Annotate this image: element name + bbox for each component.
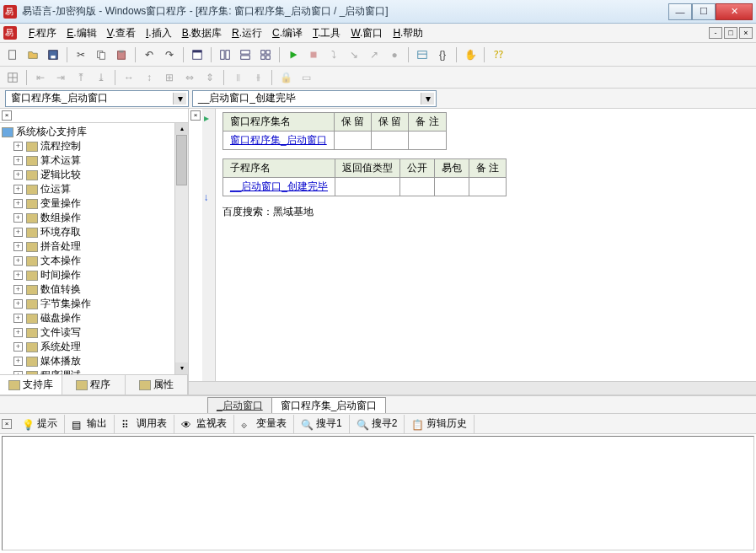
- expand-icon[interactable]: +: [13, 242, 23, 251]
- tree-item[interactable]: +逻辑比较: [2, 168, 173, 182]
- tree-scrollbar[interactable]: ▴ ▾: [174, 123, 188, 374]
- tree-item[interactable]: +磁盘操作: [2, 311, 173, 325]
- menu-compile[interactable]: C.编译: [267, 24, 308, 42]
- doc-tab-startwin[interactable]: _启动窗口: [207, 397, 272, 413]
- align-right-button[interactable]: ⇥: [51, 68, 70, 87]
- expand-icon[interactable]: +: [13, 142, 23, 151]
- expand-icon[interactable]: +: [13, 199, 23, 208]
- expand-icon[interactable]: +: [13, 170, 23, 180]
- panel-close-button[interactable]: ×: [2, 110, 12, 121]
- center-h-button[interactable]: ⇔: [180, 68, 199, 87]
- menu-help[interactable]: H.帮助: [388, 24, 428, 42]
- expand-icon[interactable]: +: [13, 156, 23, 165]
- tree-root[interactable]: 系统核心支持库: [2, 125, 173, 139]
- tree-item[interactable]: +系统处理: [2, 340, 173, 354]
- table-row[interactable]: 窗口程序集_启动窗口: [223, 132, 447, 150]
- tree-item[interactable]: +位运算: [2, 182, 173, 196]
- expand-icon[interactable]: +: [13, 357, 23, 366]
- tree-item[interactable]: +程序调试: [2, 368, 173, 374]
- same-height-button[interactable]: ↕: [140, 68, 158, 87]
- outtab-vars[interactable]: ⟐变量表: [234, 415, 294, 433]
- expand-icon[interactable]: +: [13, 213, 23, 223]
- menu-tools[interactable]: T.工具: [308, 24, 346, 42]
- expand-icon[interactable]: +: [13, 256, 23, 266]
- open-button[interactable]: [24, 46, 42, 64]
- step-over-button[interactable]: ⤵: [324, 46, 343, 64]
- combo-procset[interactable]: 窗口程序集_启动窗口 ▾: [5, 90, 189, 107]
- redo-button[interactable]: ↷: [160, 46, 179, 64]
- library-tree[interactable]: 系统核心支持库 +流程控制+算术运算+逻辑比较+位运算+变量操作+数组操作+环境…: [0, 123, 174, 374]
- menu-edit[interactable]: E.编辑: [62, 24, 101, 42]
- expand-icon[interactable]: +: [13, 285, 23, 294]
- outtab-watch[interactable]: 👁监视表: [174, 415, 234, 433]
- save-button[interactable]: [44, 46, 62, 64]
- tab-program[interactable]: 程序: [62, 375, 125, 395]
- menu-window[interactable]: W.窗口: [346, 24, 388, 42]
- braces-button[interactable]: {}: [433, 46, 452, 64]
- tree-item[interactable]: +变量操作: [2, 196, 173, 211]
- menu-database[interactable]: B.数据库: [177, 24, 227, 42]
- bookmark-button[interactable]: [413, 46, 432, 64]
- layout1-button[interactable]: [216, 46, 234, 64]
- layout3-button[interactable]: [256, 46, 275, 64]
- mdi-minimize-button[interactable]: -: [709, 27, 722, 39]
- scroll-up-icon[interactable]: ▴: [175, 123, 188, 135]
- run-button[interactable]: [284, 46, 303, 64]
- align-left-button[interactable]: ⇤: [31, 68, 50, 87]
- tree-item[interactable]: +环境存取: [2, 225, 173, 239]
- expand-icon[interactable]: +: [13, 299, 23, 309]
- maximize-button[interactable]: ☐: [692, 3, 716, 20]
- grid-button[interactable]: [3, 68, 22, 87]
- expand-icon[interactable]: +: [13, 342, 23, 352]
- breakpoint-button[interactable]: ●: [385, 46, 404, 64]
- group-button[interactable]: ▭: [297, 68, 315, 87]
- tree-item[interactable]: +算术运算: [2, 153, 173, 168]
- new-button[interactable]: [3, 46, 22, 64]
- combo-proc[interactable]: __启动窗口_创建完毕 ▾: [192, 90, 437, 107]
- outtab-output[interactable]: ▤输出: [65, 415, 115, 433]
- layout2-button[interactable]: [236, 46, 255, 64]
- tree-item[interactable]: +媒体播放: [2, 354, 173, 368]
- center-v-button[interactable]: ⇕: [201, 68, 219, 87]
- tree-item[interactable]: +拼音处理: [2, 239, 173, 254]
- align-top-button[interactable]: ⤒: [72, 68, 90, 87]
- tree-item[interactable]: +数组操作: [2, 211, 173, 225]
- tree-item[interactable]: +时间操作: [2, 268, 173, 282]
- tree-item[interactable]: +文件读写: [2, 325, 173, 340]
- tab-support-lib[interactable]: 支持库: [0, 375, 62, 395]
- outtab-calltable[interactable]: ⠿调用表: [115, 415, 174, 433]
- tree-item[interactable]: +数值转换: [2, 282, 173, 297]
- code-line[interactable]: 百度搜索：黑域基地: [223, 205, 749, 219]
- form-button[interactable]: [188, 46, 206, 64]
- scroll-thumb[interactable]: [176, 135, 187, 185]
- minimize-button[interactable]: —: [668, 3, 692, 20]
- tree-item[interactable]: +文本操作: [2, 254, 173, 268]
- h-scrollbar[interactable]: [189, 381, 756, 395]
- lock-button[interactable]: 🔒: [276, 68, 295, 87]
- scroll-down-icon[interactable]: ▾: [175, 362, 188, 374]
- tree-item[interactable]: +流程控制: [2, 139, 173, 153]
- cut-button[interactable]: ✂: [72, 46, 90, 64]
- outtab-clip[interactable]: 📋剪辑历史: [405, 415, 475, 433]
- menu-run[interactable]: R.运行: [227, 24, 267, 42]
- help-button[interactable]: ⁇: [489, 46, 507, 64]
- outtab-search2[interactable]: 🔍搜寻2: [350, 415, 405, 433]
- expand-icon[interactable]: +: [13, 314, 23, 323]
- step-into-button[interactable]: ↘: [345, 46, 363, 64]
- step-out-button[interactable]: ↗: [365, 46, 383, 64]
- same-size-button[interactable]: ⊞: [160, 68, 179, 87]
- space-v-button[interactable]: ⫵: [249, 68, 267, 87]
- expand-icon[interactable]: +: [13, 328, 23, 337]
- mdi-close-button[interactable]: ×: [739, 27, 753, 39]
- output-close-button[interactable]: ×: [2, 419, 12, 429]
- expand-icon[interactable]: +: [13, 271, 23, 280]
- close-button[interactable]: ✕: [716, 3, 753, 20]
- expand-icon[interactable]: +: [13, 228, 23, 237]
- stop-button[interactable]: [304, 46, 323, 64]
- expand-icon[interactable]: +: [13, 185, 23, 194]
- align-bottom-button[interactable]: ⤓: [92, 68, 110, 87]
- tab-properties[interactable]: 属性: [126, 375, 188, 395]
- undo-button[interactable]: ↶: [140, 46, 158, 64]
- output-body[interactable]: [2, 436, 754, 550]
- menu-program[interactable]: F.程序: [24, 24, 62, 42]
